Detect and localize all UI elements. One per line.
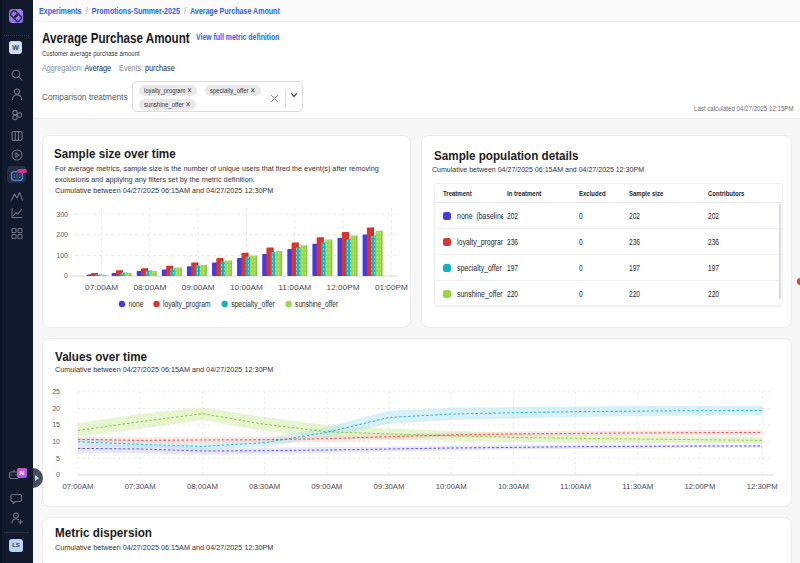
svg-text:08:00AM: 08:00AM [133,283,166,292]
svg-text:10:00AM: 10:00AM [436,483,467,490]
svg-text:10:00AM: 10:00AM [230,283,263,292]
svg-text:08:30AM: 08:30AM [249,483,280,490]
svg-text:sunshine_offer: sunshine_offer [295,299,338,309]
svg-text:5: 5 [56,455,60,462]
svg-text:none: none [129,299,144,309]
svg-text:12:30PM: 12:30PM [747,483,778,490]
svg-text:loyalty_program: loyalty_program [163,299,211,309]
svg-text:300: 300 [56,211,68,218]
svg-text:200: 200 [56,231,68,238]
svg-text:01:00PM: 01:00PM [375,283,408,292]
svg-text:12:00PM: 12:00PM [327,283,360,292]
svg-text:20: 20 [52,405,60,412]
svg-text:10: 10 [52,438,60,445]
svg-text:09:30AM: 09:30AM [374,483,405,490]
svg-text:100: 100 [56,252,68,259]
svg-text:10:30AM: 10:30AM [498,483,529,490]
svg-text:25: 25 [52,388,60,395]
svg-text:09:00AM: 09:00AM [311,483,342,490]
svg-text:11:00AM: 11:00AM [560,483,591,490]
svg-text:11:30AM: 11:30AM [622,483,653,490]
svg-text:07:00AM: 07:00AM [63,483,94,490]
svg-text:07:00AM: 07:00AM [85,283,118,292]
svg-text:08:00AM: 08:00AM [187,483,218,490]
svg-text:specialty_offer: specialty_offer [231,299,275,309]
svg-text:09:00AM: 09:00AM [182,283,215,292]
svg-text:0: 0 [64,272,68,279]
svg-text:07:30AM: 07:30AM [125,483,156,490]
svg-text:11:00AM: 11:00AM [278,283,311,292]
svg-text:0: 0 [56,471,60,478]
svg-text:15: 15 [52,421,60,428]
svg-text:12:00PM: 12:00PM [685,483,716,490]
